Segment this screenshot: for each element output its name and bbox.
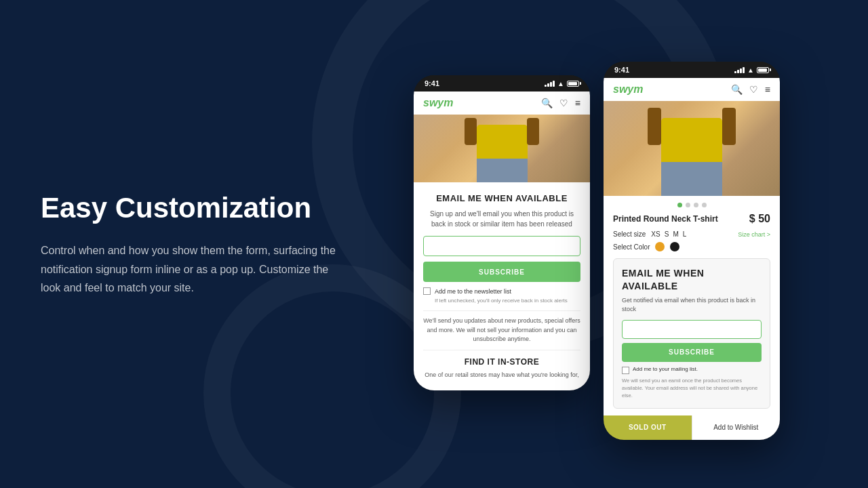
newsletter-label: Add me to the newsletter list (435, 288, 511, 295)
subscribe-button-left[interactable]: SUBSCRIBE (423, 262, 580, 282)
product-image-left (414, 115, 590, 182)
color-swatch-black[interactable] (670, 242, 679, 251)
color-row: Select Color (613, 242, 770, 251)
status-icons-right: ▲ (734, 66, 769, 74)
signal-bar-r4 (743, 67, 745, 73)
newsletter-checkbox[interactable] (423, 287, 431, 295)
phone-right: 9:41 ▲ swym 🔍 ♡ ≡ (604, 62, 780, 439)
status-icons-left: ▲ (545, 80, 579, 87)
color-swatch-orange[interactable] (655, 242, 665, 251)
page-container: Easy Customization Control when and how … (0, 0, 868, 488)
widget-title: EMAIL ME WHEN AVAILABLE (622, 267, 762, 291)
size-chart-link[interactable]: Size chart > (738, 231, 770, 238)
widget-subscribe-button[interactable]: SUBSCRIBE (622, 343, 762, 362)
battery-icon-right (757, 67, 769, 73)
battery-icon-left (567, 81, 579, 87)
product-image-right (604, 101, 780, 196)
phones-container: 9:41 ▲ swym 🔍 ♡ ≡ (366, 48, 827, 439)
size-options: XS S M L (651, 230, 686, 238)
search-icon-right[interactable]: 🔍 (731, 84, 743, 95)
sold-out-button[interactable]: SOLD OUT (604, 415, 692, 440)
time-left: 9:41 (425, 79, 439, 87)
menu-icon-left[interactable]: ≡ (575, 98, 580, 108)
app-logo-right: swym (613, 83, 643, 96)
time-right: 9:41 (614, 66, 629, 74)
app-header-left: swym 🔍 ♡ ≡ (414, 92, 590, 115)
header-icons-right: 🔍 ♡ ≡ (731, 84, 770, 95)
find-store-desc: One of our retail stores may have what y… (423, 371, 580, 380)
wifi-icon-left: ▲ (557, 80, 564, 87)
size-m[interactable]: M (673, 230, 678, 238)
signal-bars-right (734, 67, 745, 73)
search-icon-left[interactable]: 🔍 (541, 98, 553, 108)
status-bar-right: 9:41 ▲ (604, 62, 780, 78)
heart-icon-right[interactable]: ♡ (749, 84, 758, 95)
product-indicators (613, 203, 770, 207)
product-name-row: Printed Round Neck T-shirt $ 50 (613, 213, 770, 225)
newsletter-row: Add me to the newsletter list (423, 287, 580, 295)
widget-mailing-checkbox[interactable] (622, 367, 629, 374)
product-info: Printed Round Neck T-shirt $ 50 Select s… (604, 196, 780, 415)
widget-privacy: We will send you an eamil once the produ… (622, 377, 762, 400)
signal-bar-r3 (740, 68, 742, 73)
form-panel: EMAIL ME WHEN AVAILABLE Sign up and we'l… (414, 182, 590, 390)
signal-bar-2 (547, 83, 549, 87)
signal-bar-3 (550, 82, 552, 87)
phone-left: 9:41 ▲ swym 🔍 ♡ ≡ (414, 75, 590, 390)
find-store-title: FIND IT IN-STORE (423, 357, 580, 367)
indicator-4 (702, 203, 707, 207)
email-input-left[interactable] (423, 236, 580, 256)
app-header-right: swym 🔍 ♡ ≡ (604, 78, 780, 101)
widget-mailing-row: Add me to your mailing list. (622, 366, 762, 374)
left-section: Easy Customization Control when and how … (41, 191, 366, 297)
main-title: Easy Customization (41, 191, 339, 225)
product-name: Printed Round Neck T-shirt (613, 214, 718, 224)
add-to-wishlist-button[interactable]: Add to Wishlist (692, 415, 781, 440)
widget-mailing-label: Add me to your mailing list. (633, 366, 698, 372)
header-icons-left: 🔍 ♡ ≡ (541, 98, 580, 108)
main-description: Control when and how you show them the f… (41, 241, 339, 297)
indicator-2 (686, 203, 690, 207)
inline-widget: EMAIL ME WHEN AVAILABLE Get notified via… (613, 258, 770, 408)
size-label: Select size (613, 230, 646, 238)
product-price: $ 50 (749, 213, 770, 225)
indicator-1 (677, 203, 682, 207)
action-bar: SOLD OUT Add to Wishlist (604, 415, 780, 440)
indicator-3 (694, 203, 698, 207)
widget-email-input[interactable] (622, 320, 762, 339)
heart-icon-left[interactable]: ♡ (559, 98, 568, 108)
app-logo-left: swym (423, 97, 453, 109)
color-label: Select Color (613, 243, 650, 251)
newsletter-hint: If left unchecked, you'll only receive b… (423, 298, 580, 304)
widget-description: Get notified via email when this product… (622, 296, 762, 314)
size-row: Select size XS S M L Size chart > (613, 230, 770, 238)
form-title: EMAIL ME WHEN AVAILABLE (423, 193, 580, 203)
size-xs[interactable]: XS (651, 230, 660, 238)
signal-bar-1 (545, 85, 547, 87)
menu-icon-right[interactable]: ≡ (765, 84, 770, 95)
form-description: Sign up and we'll email you when this pr… (423, 209, 580, 229)
signal-bar-r1 (734, 71, 736, 73)
signal-bar-4 (553, 81, 555, 87)
signal-bars-left (545, 81, 555, 87)
status-bar-left: 9:41 ▲ (414, 75, 590, 92)
size-l[interactable]: L (683, 230, 687, 238)
size-s[interactable]: S (665, 230, 669, 238)
signal-bar-r2 (737, 70, 739, 73)
promo-text: We'll send you updates about new product… (423, 310, 580, 350)
wifi-icon-right: ▲ (747, 66, 754, 74)
